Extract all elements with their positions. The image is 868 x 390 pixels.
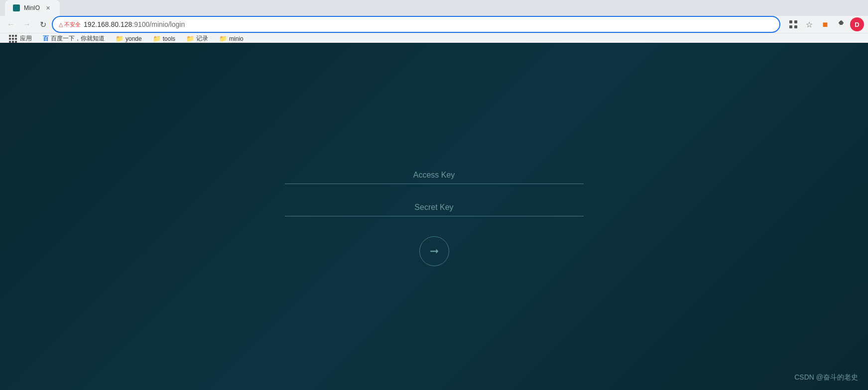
folder-icon: 📁 xyxy=(219,35,227,42)
folder-icon: 📁 xyxy=(153,35,161,42)
back-button[interactable]: ← xyxy=(4,17,18,31)
bookmark-minio[interactable]: 📁 minio xyxy=(216,34,247,43)
main-content: ➞ CSDN @奋斗的老史 xyxy=(0,43,868,390)
baidu-bookmark[interactable]: 百 百度一下，你就知道 xyxy=(40,33,108,44)
browser-chrome: MinIO ✕ ← → ↻ △ 不安全 192.168.80.128:9100/… xyxy=(0,0,868,43)
forward-button[interactable]: → xyxy=(20,17,34,31)
login-arrow-icon: ➞ xyxy=(430,245,439,258)
secret-key-input[interactable] xyxy=(285,199,584,216)
tab-favicon xyxy=(13,4,20,11)
nav-bar: ← → ↻ △ 不安全 192.168.80.128:9100/minio/lo… xyxy=(0,16,868,33)
bookmark-minio-label: minio xyxy=(229,35,244,42)
browser-toolbar-icons: ☆ ■ D xyxy=(786,17,864,31)
active-tab[interactable]: MinIO ✕ xyxy=(5,0,60,16)
svg-rect-0 xyxy=(789,20,792,23)
bookmark-yonde-label: yonde xyxy=(125,35,142,42)
star-icon[interactable]: ☆ xyxy=(802,17,816,31)
tab-title: MinIO xyxy=(24,4,40,11)
access-key-group xyxy=(285,167,584,184)
url-display: 192.168.80.128:9100/minio/login xyxy=(84,20,773,28)
url-host: 192.168.80.128 xyxy=(84,20,132,28)
apps-label: 应用 xyxy=(20,34,32,43)
bookmark-tools[interactable]: 📁 tools xyxy=(150,34,178,43)
bookmark-tools-label: tools xyxy=(163,35,175,42)
svg-rect-2 xyxy=(789,25,792,28)
address-bar[interactable]: △ 不安全 192.168.80.128:9100/minio/login xyxy=(52,16,780,33)
login-form: ➞ xyxy=(285,167,584,266)
apps-bookmark[interactable]: 应用 xyxy=(6,33,35,44)
folder-icon: 📁 xyxy=(186,35,194,42)
baidu-label: 百度一下，你就知道 xyxy=(51,34,105,43)
bookmark-yonde[interactable]: 📁 yonde xyxy=(113,34,145,43)
bookmark-jilu[interactable]: 📁 记录 xyxy=(183,33,211,44)
reload-button[interactable]: ↻ xyxy=(36,17,50,31)
extensions-icon[interactable] xyxy=(834,17,848,31)
svg-rect-3 xyxy=(794,25,797,28)
watermark: CSDN @奋斗的老史 xyxy=(794,373,858,382)
access-key-input[interactable] xyxy=(285,167,584,184)
apps-grid-icon xyxy=(9,35,17,43)
tab-close-button[interactable]: ✕ xyxy=(44,4,52,12)
svg-rect-1 xyxy=(794,20,797,23)
url-port-path: :9100/minio/login xyxy=(132,20,185,28)
profile-avatar[interactable]: D xyxy=(850,17,864,31)
secret-key-group xyxy=(285,199,584,216)
bookmark-jilu-label: 记录 xyxy=(196,34,208,43)
grid-icon[interactable] xyxy=(786,17,800,31)
security-warning: △ 不安全 xyxy=(59,21,81,28)
bookmarks-bar: 应用 百 百度一下，你就知道 📁 yonde 📁 tools 📁 记录 📁 mi… xyxy=(0,33,868,44)
login-button[interactable]: ➞ xyxy=(419,236,449,266)
folder-icon: 📁 xyxy=(116,35,124,42)
tab-bar: MinIO ✕ xyxy=(0,0,868,16)
extension-icon-orange[interactable]: ■ xyxy=(818,17,832,31)
